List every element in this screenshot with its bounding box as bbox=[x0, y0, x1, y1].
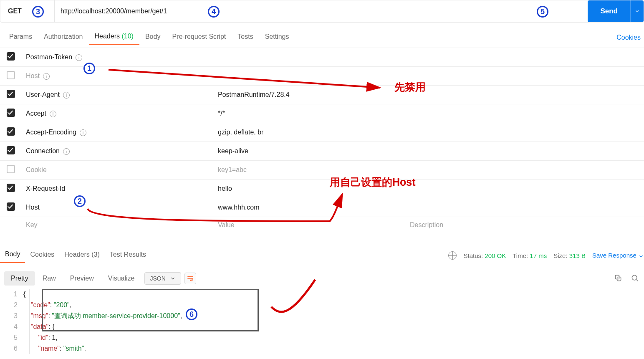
line-number: 2 bbox=[0, 300, 23, 311]
header-key-cell[interactable]: Postman-Tokeni bbox=[22, 48, 214, 67]
table-row: KeyValueDescription bbox=[0, 217, 644, 233]
header-value-cell[interactable]: */* bbox=[214, 104, 406, 123]
header-enable-checkbox[interactable] bbox=[7, 127, 15, 136]
header-desc-cell[interactable] bbox=[406, 161, 644, 180]
tab-authorization[interactable]: Authorization bbox=[38, 30, 88, 45]
resp-tab-headers-label: Headers bbox=[64, 251, 89, 258]
size-label: Size: bbox=[553, 252, 567, 259]
tab-body[interactable]: Body bbox=[139, 30, 166, 45]
header-enable-checkbox[interactable] bbox=[7, 90, 15, 98]
header-desc-cell[interactable] bbox=[406, 104, 644, 123]
header-value-cell[interactable]: www.hhh.com bbox=[214, 198, 406, 217]
view-pretty-button[interactable]: Pretty bbox=[4, 271, 35, 286]
info-icon: i bbox=[50, 111, 56, 117]
info-icon: i bbox=[63, 148, 70, 155]
header-value-cell[interactable]: keep-alive bbox=[214, 142, 406, 161]
header-enable-checkbox[interactable] bbox=[7, 165, 15, 173]
view-visualize-button[interactable]: Visualize bbox=[101, 271, 141, 286]
header-enable-checkbox[interactable] bbox=[7, 52, 15, 61]
header-desc-cell[interactable] bbox=[406, 86, 644, 104]
globe-icon[interactable] bbox=[448, 251, 457, 260]
table-row: X-Request-Idhello bbox=[0, 180, 644, 198]
http-method-label: GET bbox=[8, 8, 22, 15]
tab-prerequest[interactable]: Pre-request Script bbox=[166, 30, 232, 45]
header-value-cell[interactable]: gzip, deflate, br bbox=[214, 123, 406, 142]
header-enable-checkbox[interactable] bbox=[7, 184, 15, 192]
header-desc-cell[interactable] bbox=[406, 123, 644, 142]
table-row: Accepti*/* bbox=[0, 104, 644, 123]
resp-tab-testresults[interactable]: Test Results bbox=[105, 248, 151, 263]
header-value-input[interactable]: Value bbox=[214, 217, 406, 233]
table-row: Hosti bbox=[0, 67, 644, 86]
header-value-cell[interactable]: hello bbox=[214, 180, 406, 198]
table-row: Cookiekey1=abc bbox=[0, 161, 644, 180]
header-desc-cell[interactable] bbox=[406, 142, 644, 161]
header-key-cell[interactable]: Host bbox=[22, 198, 214, 217]
copy-icon[interactable] bbox=[614, 274, 622, 283]
header-value-cell[interactable]: PostmanRuntime/7.28.4 bbox=[214, 86, 406, 104]
info-icon: i bbox=[43, 73, 50, 80]
header-desc-input[interactable]: Description bbox=[406, 217, 644, 233]
response-body-code[interactable]: 1{2 "code": "200",3 "msg": "查询成功 member-… bbox=[0, 288, 644, 354]
info-icon: i bbox=[80, 129, 86, 136]
header-key-cell[interactable]: Accept-Encodingi bbox=[22, 123, 214, 142]
header-desc-cell[interactable] bbox=[406, 180, 644, 198]
table-row: Postman-Tokeni bbox=[0, 48, 644, 67]
info-icon: i bbox=[76, 54, 82, 61]
send-button[interactable]: Send bbox=[588, 0, 630, 22]
search-icon[interactable] bbox=[631, 274, 639, 283]
header-key-cell[interactable]: Accepti bbox=[22, 104, 214, 123]
body-controls: Pretty Raw Preview Visualize JSON bbox=[0, 265, 644, 288]
status-label: Status: bbox=[463, 252, 483, 259]
header-key-cell[interactable]: Cookie bbox=[22, 161, 214, 180]
save-response-button[interactable]: Save Response bbox=[592, 252, 644, 259]
code-line: 1{ bbox=[0, 289, 644, 300]
view-raw-button[interactable]: Raw bbox=[36, 271, 63, 286]
header-enable-checkbox[interactable] bbox=[7, 109, 15, 117]
send-dropdown-button[interactable] bbox=[630, 0, 644, 22]
code-line: 4 "data": { bbox=[0, 321, 644, 332]
status-value: 200 OK bbox=[485, 252, 506, 259]
request-url-input[interactable]: http://localhost:20000/member/get/1 bbox=[55, 0, 584, 22]
header-key-input[interactable]: Key bbox=[22, 217, 214, 233]
http-method-select[interactable]: GET bbox=[0, 0, 55, 22]
header-key-cell[interactable]: Connectioni bbox=[22, 142, 214, 161]
header-desc-cell[interactable] bbox=[406, 198, 644, 217]
view-preview-button[interactable]: Preview bbox=[63, 271, 101, 286]
info-icon: i bbox=[63, 92, 70, 99]
line-number: 5 bbox=[0, 332, 23, 343]
header-value-cell[interactable] bbox=[214, 48, 406, 67]
cookies-link[interactable]: Cookies bbox=[616, 34, 641, 41]
line-number: 3 bbox=[0, 311, 23, 321]
line-number: 1 bbox=[0, 289, 23, 300]
header-desc-cell[interactable] bbox=[406, 48, 644, 67]
tab-tests[interactable]: Tests bbox=[232, 30, 259, 45]
time-label: Time: bbox=[513, 252, 528, 259]
resp-tab-body[interactable]: Body bbox=[0, 248, 25, 263]
table-row: Hostwww.hhh.com bbox=[0, 198, 644, 217]
header-value-cell[interactable]: key1=abc bbox=[214, 161, 406, 180]
table-row: Connectionikeep-alive bbox=[0, 142, 644, 161]
format-select[interactable]: JSON bbox=[144, 272, 181, 285]
header-key-cell[interactable]: X-Request-Id bbox=[22, 180, 214, 198]
header-desc-cell[interactable] bbox=[406, 67, 644, 86]
header-enable-checkbox[interactable] bbox=[7, 71, 15, 79]
header-enable-checkbox[interactable] bbox=[7, 146, 15, 154]
tab-headers[interactable]: Headers (10) bbox=[89, 30, 139, 45]
header-value-cell[interactable] bbox=[214, 67, 406, 86]
wrap-lines-button[interactable] bbox=[184, 273, 196, 284]
chevron-down-icon bbox=[39, 8, 45, 15]
tab-headers-label: Headers bbox=[95, 33, 120, 40]
resp-tab-headers[interactable]: Headers (3) bbox=[59, 248, 105, 263]
response-tabs: Body Cookies Headers (3) Test Results St… bbox=[0, 244, 644, 265]
tab-params[interactable]: Params bbox=[3, 30, 38, 45]
resp-tab-headers-count: (3) bbox=[91, 251, 100, 258]
line-number: 6 bbox=[0, 343, 23, 354]
table-row: User-AgentiPostmanRuntime/7.28.4 bbox=[0, 86, 644, 104]
response-meta: Status: 200 OK Time: 17 ms Size: 313 B S… bbox=[448, 251, 644, 260]
header-key-cell[interactable]: User-Agenti bbox=[22, 86, 214, 104]
header-key-cell[interactable]: Hosti bbox=[22, 67, 214, 86]
tab-settings[interactable]: Settings bbox=[259, 30, 295, 45]
header-enable-checkbox[interactable] bbox=[7, 202, 15, 211]
resp-tab-cookies[interactable]: Cookies bbox=[25, 248, 59, 263]
